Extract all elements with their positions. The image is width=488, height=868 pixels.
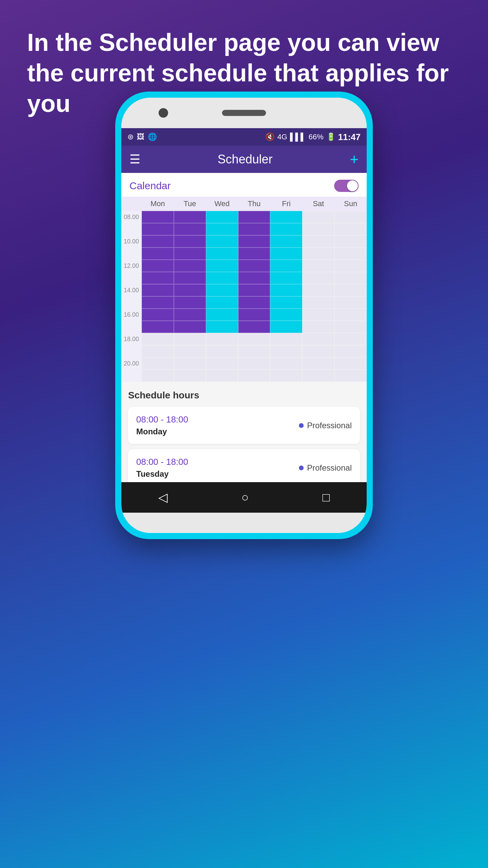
- status-time: 11:47: [338, 132, 361, 142]
- time-label-9: [121, 321, 142, 333]
- grid-cell-r7-c0: [142, 296, 174, 309]
- grid-cell-r1-c0: [142, 223, 174, 235]
- grid-cell-r10-c0: [142, 333, 174, 345]
- grid-cell-r3-c0: [142, 248, 174, 260]
- grid-cell-r0-c0: [142, 211, 174, 223]
- calendar-toggle[interactable]: [334, 180, 359, 192]
- grid-cell-r3-c4: [270, 248, 302, 260]
- time-label-1: [121, 223, 142, 235]
- grid-cell-r3-c5: [302, 248, 334, 260]
- day-fri: Fri: [270, 199, 302, 208]
- schedule-card-left-tuesday: 08:00 - 18:00 Tuesday: [136, 457, 188, 479]
- camera-icon: [159, 108, 168, 118]
- grid-cell-r6-c3: [238, 284, 270, 296]
- grid-cell-r1-c4: [270, 223, 302, 235]
- grid-cell-r6-c0: [142, 284, 174, 296]
- schedule-card-monday: 08:00 - 18:00 Monday Professional: [128, 407, 360, 444]
- grid-cell-r10-c1: [174, 333, 206, 345]
- grid-cell-r9-c3: [238, 321, 270, 333]
- grid-cell-r0-c6: [334, 211, 367, 223]
- schedule-day-monday: Monday: [136, 427, 188, 436]
- day-sat: Sat: [302, 199, 334, 208]
- grid-cell-r8-c3: [238, 309, 270, 321]
- phone-bezel-top: [121, 98, 367, 128]
- schedule-time-tuesday: 08:00 - 18:00: [136, 457, 188, 467]
- grid-cell-r10-c2: [206, 333, 238, 345]
- grid-cell-r0-c3: [238, 211, 270, 223]
- back-button[interactable]: ◁: [158, 490, 168, 505]
- professional-dot-tuesday: [299, 466, 304, 470]
- time-label-0: 08.00: [121, 211, 142, 223]
- add-button[interactable]: +: [350, 151, 359, 168]
- time-label-2: 10.00: [121, 235, 142, 248]
- app-header: ☰ Scheduler +: [121, 146, 367, 173]
- menu-icon[interactable]: ☰: [129, 152, 140, 166]
- day-header-empty: [121, 199, 142, 208]
- grid-cell-r2-c3: [238, 235, 270, 248]
- grid-cell-r13-c0: [142, 370, 174, 382]
- time-label-11: [121, 345, 142, 357]
- time-label-4: 12.00: [121, 260, 142, 272]
- grid-cell-r0-c2: [206, 211, 238, 223]
- grid-cell-r10-c4: [270, 333, 302, 345]
- time-label-7: [121, 296, 142, 309]
- grid-cell-r8-c2: [206, 309, 238, 321]
- schedule-card-right-monday: Professional: [299, 421, 352, 430]
- grid-cell-r5-c6: [334, 272, 367, 284]
- grid-cell-r1-c1: [174, 223, 206, 235]
- grid-cell-r4-c4: [270, 260, 302, 272]
- day-tue: Tue: [174, 199, 206, 208]
- calendar-label: Calendar: [129, 180, 171, 192]
- calendar-header: Calendar: [121, 173, 367, 197]
- grid-cell-r11-c4: [270, 345, 302, 357]
- grid-cell-r9-c6: [334, 321, 367, 333]
- grid-cell-r4-c0: [142, 260, 174, 272]
- battery-text: 66%: [308, 133, 323, 141]
- day-sun: Sun: [334, 199, 367, 208]
- grid-cell-r6-c5: [302, 284, 334, 296]
- volume-icon: 🔇: [265, 133, 274, 141]
- grid-cell-r8-c0: [142, 309, 174, 321]
- time-label-5: [121, 272, 142, 284]
- grid-cell-r1-c2: [206, 223, 238, 235]
- grid-cell-r10-c5: [302, 333, 334, 345]
- grid-cell-r4-c3: [238, 260, 270, 272]
- time-grid: 08.0010.0012.0014.0016.0018.0020.00: [121, 211, 367, 382]
- grid-cell-r4-c6: [334, 260, 367, 272]
- status-bar-left: ⊛ 🖼 🌐: [127, 133, 157, 141]
- grid-cell-r5-c3: [238, 272, 270, 284]
- schedule-title: Schedule hours: [128, 390, 360, 401]
- grid-cell-r11-c3: [238, 345, 270, 357]
- grid-cell-r13-c3: [238, 370, 270, 382]
- grid-cell-r4-c2: [206, 260, 238, 272]
- grid-cell-r10-c3: [238, 333, 270, 345]
- grid-cell-r7-c5: [302, 296, 334, 309]
- schedule-card-left-monday: 08:00 - 18:00 Monday: [136, 414, 188, 436]
- grid-cell-r8-c5: [302, 309, 334, 321]
- content-area: Calendar Mon Tue W: [121, 173, 367, 482]
- time-label-12: 20.00: [121, 357, 142, 370]
- phone-screen: ⊛ 🖼 🌐 🔇 4G ▌▌▌ 66% 🔋 11:47 ☰: [121, 128, 367, 513]
- grid-cell-r13-c2: [206, 370, 238, 382]
- grid-cell-r8-c4: [270, 309, 302, 321]
- nav-bar: ◁ ○ □: [121, 482, 367, 513]
- grid-cell-r7-c2: [206, 296, 238, 309]
- grid-cell-r1-c5: [302, 223, 334, 235]
- grid-cell-r11-c5: [302, 345, 334, 357]
- grid-cell-r0-c1: [174, 211, 206, 223]
- grid-cell-r7-c1: [174, 296, 206, 309]
- grid-cell-r13-c4: [270, 370, 302, 382]
- recents-button[interactable]: □: [323, 490, 330, 505]
- grid-cell-r3-c2: [206, 248, 238, 260]
- grid-cell-r13-c5: [302, 370, 334, 382]
- grid-cell-r12-c5: [302, 357, 334, 370]
- home-button[interactable]: ○: [241, 490, 249, 505]
- grid-cell-r7-c6: [334, 296, 367, 309]
- grid-cell-r2-c1: [174, 235, 206, 248]
- grid-cell-r7-c4: [270, 296, 302, 309]
- grid-cell-r2-c5: [302, 235, 334, 248]
- grid-cell-r0-c4: [270, 211, 302, 223]
- grid-cell-r13-c6: [334, 370, 367, 382]
- network-badge: 4G: [277, 133, 287, 141]
- grid-cell-r11-c0: [142, 345, 174, 357]
